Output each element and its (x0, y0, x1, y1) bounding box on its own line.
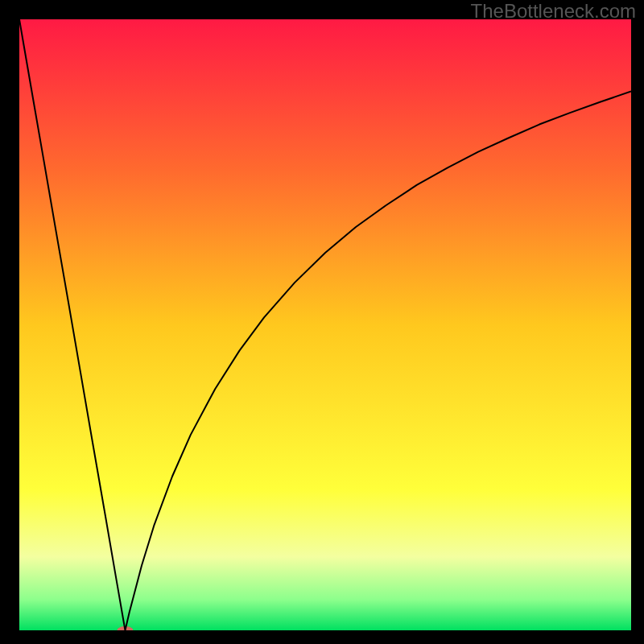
chart-svg (19, 19, 631, 630)
plot-area (19, 19, 631, 630)
chart-frame: TheBottleneck.com (0, 0, 644, 644)
plot-background (19, 19, 631, 630)
watermark-text: TheBottleneck.com (471, 0, 636, 23)
